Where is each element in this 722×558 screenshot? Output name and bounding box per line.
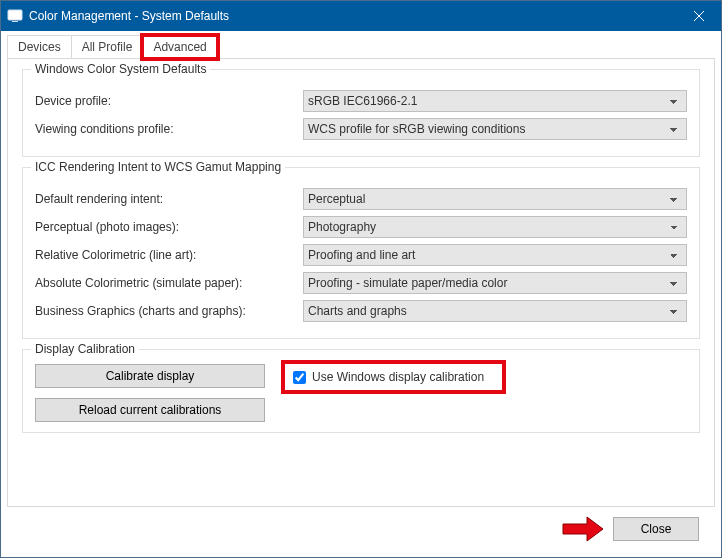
absolute-colorimetric-label: Absolute Colorimetric (simulate paper): (35, 276, 303, 290)
group-icc-mapping: ICC Rendering Intent to WCS Gamut Mappin… (22, 167, 700, 339)
viewing-conditions-label: Viewing conditions profile: (35, 122, 303, 136)
calibrate-display-button[interactable]: Calibrate display (35, 364, 265, 388)
use-windows-calibration-wrap[interactable]: Use Windows display calibration (285, 364, 502, 390)
footer: Close (7, 507, 715, 551)
window-title: Color Management - System Defaults (29, 9, 676, 23)
tab-all-profiles[interactable]: All Profile (71, 35, 144, 58)
tab-strip: Devices All Profile Advanced (7, 35, 715, 58)
group-icc-title: ICC Rendering Intent to WCS Gamut Mappin… (31, 160, 285, 174)
close-button[interactable]: Close (613, 517, 699, 541)
window-body: Devices All Profile Advanced Windows Col… (1, 31, 721, 557)
titlebar: Color Management - System Defaults (1, 1, 721, 31)
annotation-arrow-icon (557, 515, 605, 543)
relative-colorimetric-select[interactable]: Proofing and line art (303, 244, 687, 266)
group-wcs-title: Windows Color System Defaults (31, 62, 210, 76)
tab-devices[interactable]: Devices (7, 35, 72, 58)
close-icon (694, 11, 704, 21)
relative-colorimetric-label: Relative Colorimetric (line art): (35, 248, 303, 262)
app-icon (7, 8, 23, 24)
tab-advanced[interactable]: Advanced (142, 35, 217, 59)
tab-panel-advanced: Windows Color System Defaults Device pro… (7, 58, 715, 507)
device-profile-select[interactable]: sRGB IEC61966-2.1 (303, 90, 687, 112)
use-windows-calibration-label: Use Windows display calibration (312, 370, 484, 384)
perceptual-label: Perceptual (photo images): (35, 220, 303, 234)
window-close-button[interactable] (676, 1, 721, 31)
svg-marker-4 (563, 517, 603, 541)
group-calib-title: Display Calibration (31, 342, 139, 356)
group-wcs-defaults: Windows Color System Defaults Device pro… (22, 69, 700, 157)
svg-rect-0 (8, 10, 22, 20)
group-display-calibration: Display Calibration Calibrate display Re… (22, 349, 700, 433)
default-intent-select[interactable]: Perceptual (303, 188, 687, 210)
window-root: Color Management - System Defaults Devic… (0, 0, 722, 558)
business-graphics-select[interactable]: Charts and graphs (303, 300, 687, 322)
business-graphics-label: Business Graphics (charts and graphs): (35, 304, 303, 318)
use-windows-calibration-checkbox[interactable] (293, 371, 306, 384)
device-profile-label: Device profile: (35, 94, 303, 108)
viewing-conditions-select[interactable]: WCS profile for sRGB viewing conditions (303, 118, 687, 140)
reload-calibrations-button[interactable]: Reload current calibrations (35, 398, 265, 422)
default-intent-label: Default rendering intent: (35, 192, 303, 206)
perceptual-select[interactable]: Photography (303, 216, 687, 238)
svg-rect-1 (12, 21, 18, 22)
absolute-colorimetric-select[interactable]: Proofing - simulate paper/media color (303, 272, 687, 294)
